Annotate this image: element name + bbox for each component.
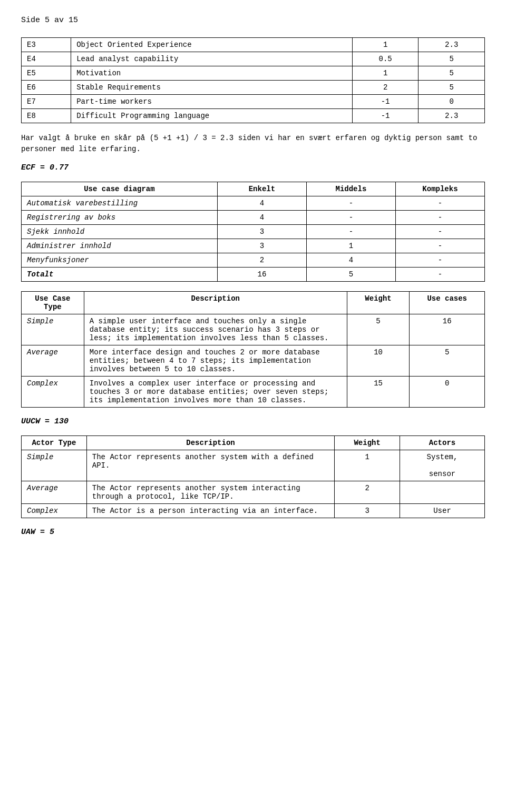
table-row: E3 Object Oriented Experience 1 2.3 bbox=[22, 38, 485, 52]
ucd-middels: 4 bbox=[306, 253, 395, 268]
ef-id: E4 bbox=[22, 52, 71, 66]
column-header: Use case diagram bbox=[22, 182, 218, 196]
ef-label: Motivation bbox=[71, 66, 353, 81]
ucd-enkelt: 16 bbox=[217, 268, 306, 282]
ucd-enkelt: 3 bbox=[217, 225, 306, 239]
column-header: Weight bbox=[347, 292, 410, 314]
uaw-label: UAW = 5 bbox=[21, 528, 485, 537]
column-header: Use cases bbox=[410, 292, 485, 314]
ef-val1: 2 bbox=[352, 81, 419, 95]
column-header: Use Case Type bbox=[22, 292, 84, 314]
table-row: Sjekk innhold 3 - - bbox=[22, 225, 485, 239]
ef-val2: 2.3 bbox=[419, 38, 485, 52]
actor-weight: 2 bbox=[335, 481, 400, 504]
ef-id: E8 bbox=[22, 109, 71, 123]
actor-actors bbox=[400, 481, 485, 504]
column-header: Description bbox=[84, 292, 347, 314]
ucd-name: Menyfunksjoner bbox=[22, 253, 218, 268]
column-header: Enkelt bbox=[217, 182, 306, 196]
table-row: Complex The Actor is a person interactin… bbox=[22, 504, 485, 518]
uct-weight: 10 bbox=[347, 345, 410, 377]
table-row: E4 Lead analyst capability 0.5 5 bbox=[22, 52, 485, 66]
uct-weight: 5 bbox=[347, 314, 410, 345]
ef-id: E7 bbox=[22, 95, 71, 109]
ecf-label: ECF = 0.77 bbox=[21, 163, 485, 172]
ucd-kompleks: - bbox=[395, 239, 484, 253]
table-row: Menyfunksjoner 2 4 - bbox=[22, 253, 485, 268]
ef-val2: 5 bbox=[419, 52, 485, 66]
ef-val2: 0 bbox=[419, 95, 485, 109]
column-header: Actor Type bbox=[22, 436, 87, 450]
table-row: Average The Actor represents another sys… bbox=[22, 481, 485, 504]
ucd-kompleks: - bbox=[395, 268, 484, 282]
actor-description: The Actor is a person interacting via an… bbox=[86, 504, 334, 518]
ef-val1: 0.5 bbox=[352, 52, 419, 66]
table-row: Simple The Actor represents another syst… bbox=[22, 450, 485, 481]
ef-id: E5 bbox=[22, 66, 71, 81]
ucd-middels: - bbox=[306, 196, 395, 211]
uct-weight: 15 bbox=[347, 377, 410, 408]
ucd-name: Administrer innhold bbox=[22, 239, 218, 253]
ucd-enkelt: 4 bbox=[217, 196, 306, 211]
uct-usecases: 16 bbox=[410, 314, 485, 345]
ef-val2: 2.3 bbox=[419, 109, 485, 123]
ef-label: Part-time workers bbox=[71, 95, 353, 109]
column-header: Weight bbox=[335, 436, 400, 450]
ucd-name: Totalt bbox=[22, 268, 218, 282]
ef-val1: -1 bbox=[352, 109, 419, 123]
column-header: Kompleks bbox=[395, 182, 484, 196]
actor-description: The Actor represents another system inte… bbox=[86, 481, 334, 504]
table-row: Automatisk varebestilling 4 - - bbox=[22, 196, 485, 211]
page-header: Side 5 av 15 bbox=[21, 16, 485, 25]
table-row: Totalt 16 5 - bbox=[22, 268, 485, 282]
table-row: Administrer innhold 3 1 - bbox=[22, 239, 485, 253]
table-row: Simple A simple user interface and touch… bbox=[22, 314, 485, 345]
column-header: Middels bbox=[306, 182, 395, 196]
ef-label: Stable Requirements bbox=[71, 81, 353, 95]
column-header: Description bbox=[86, 436, 334, 450]
uct-description: More interface design and touches 2 or m… bbox=[84, 345, 347, 377]
actor-actors: User bbox=[400, 504, 485, 518]
use-case-type-table: Use Case TypeDescriptionWeightUse cases … bbox=[21, 291, 485, 408]
ef-val2: 5 bbox=[419, 66, 485, 81]
ucd-middels: - bbox=[306, 211, 395, 225]
ef-val2: 5 bbox=[419, 81, 485, 95]
actor-weight: 3 bbox=[335, 504, 400, 518]
ucd-kompleks: - bbox=[395, 196, 484, 211]
uct-description: Involves a complex user interface or pro… bbox=[84, 377, 347, 408]
ef-table: E3 Object Oriented Experience 1 2.3E4 Le… bbox=[21, 37, 485, 123]
actor-type: Average bbox=[22, 481, 87, 504]
ucd-enkelt: 3 bbox=[217, 239, 306, 253]
uct-usecases: 5 bbox=[410, 345, 485, 377]
ucd-kompleks: - bbox=[395, 225, 484, 239]
table-row: E6 Stable Requirements 2 5 bbox=[22, 81, 485, 95]
table-row: Average More interface design and touche… bbox=[22, 345, 485, 377]
actor-actors: System,sensor bbox=[400, 450, 485, 481]
table-row: E8 Difficult Programming language -1 2.3 bbox=[22, 109, 485, 123]
ef-val1: 1 bbox=[352, 38, 419, 52]
use-case-diagram-table: Use case diagramEnkeltMiddelsKompleks Au… bbox=[21, 182, 485, 282]
ucd-name: Registrering av boks bbox=[22, 211, 218, 225]
uucw-label: UUCW = 130 bbox=[21, 417, 485, 426]
ef-id: E6 bbox=[22, 81, 71, 95]
actor-table: Actor TypeDescriptionWeightActors Simple… bbox=[21, 435, 485, 518]
table-row: Registrering av boks 4 - - bbox=[22, 211, 485, 225]
ef-label: Object Oriented Experience bbox=[71, 38, 353, 52]
uct-type: Complex bbox=[22, 377, 84, 408]
uct-usecases: 0 bbox=[410, 377, 485, 408]
ef-val1: 1 bbox=[352, 66, 419, 81]
actor-type: Complex bbox=[22, 504, 87, 518]
ucd-enkelt: 4 bbox=[217, 211, 306, 225]
ef-val1: -1 bbox=[352, 95, 419, 109]
uct-type: Simple bbox=[22, 314, 84, 345]
ucd-middels: 1 bbox=[306, 239, 395, 253]
actor-weight: 1 bbox=[335, 450, 400, 481]
uct-description: A simple user interface and touches only… bbox=[84, 314, 347, 345]
ucd-middels: 5 bbox=[306, 268, 395, 282]
table-row: E7 Part-time workers -1 0 bbox=[22, 95, 485, 109]
table-row: Complex Involves a complex user interfac… bbox=[22, 377, 485, 408]
paragraph1: Har valgt å bruke en skår på (5 +1 +1) /… bbox=[21, 133, 485, 155]
column-header: Actors bbox=[400, 436, 485, 450]
ef-id: E3 bbox=[22, 38, 71, 52]
ucd-name: Automatisk varebestilling bbox=[22, 196, 218, 211]
